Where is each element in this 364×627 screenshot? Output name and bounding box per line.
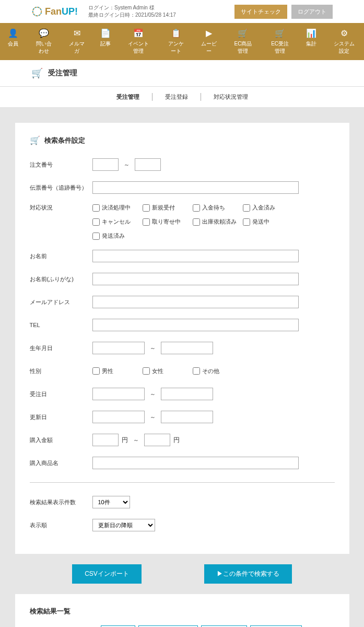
cart-icon: 🛒 bbox=[30, 135, 40, 145]
label-slip-no: 伝票番号（追跡番号） bbox=[30, 184, 92, 192]
subtab-1[interactable]: 受注登録 bbox=[152, 93, 201, 101]
sub-nav: 受注管理受注登録対応状況管理 bbox=[0, 86, 364, 107]
nav-item-5[interactable]: 📋アンケート bbox=[158, 23, 194, 60]
tel-input[interactable] bbox=[92, 319, 299, 331]
status-opt-1[interactable]: 新規受付 bbox=[143, 204, 193, 212]
cart-icon: 🛒 bbox=[31, 67, 43, 79]
order-no-from[interactable] bbox=[92, 158, 119, 171]
label-status: 対応状況 bbox=[30, 204, 92, 212]
status-opt-8[interactable]: 発送済み bbox=[92, 232, 143, 240]
nav-item-3[interactable]: 📄記事 bbox=[92, 23, 119, 60]
status-opt-7[interactable]: 発送中 bbox=[243, 218, 293, 226]
status-opt-4[interactable]: キャンセル bbox=[92, 218, 143, 226]
page-title-bar: 🛒 受注管理 bbox=[0, 60, 364, 86]
gender-opt-2[interactable]: その他 bbox=[193, 367, 243, 375]
search-panel: 🛒 検索条件設定 注文番号 ～ 伝票番号（追跡番号） 対応状況 決済処理中新規受… bbox=[15, 123, 349, 554]
logo-icon bbox=[31, 6, 43, 17]
update-date-to[interactable] bbox=[161, 411, 213, 423]
birth-to[interactable] bbox=[161, 342, 213, 354]
nav-item-10[interactable]: ⚙システム設定 bbox=[324, 23, 364, 60]
sort-select[interactable]: 更新日の降順 bbox=[92, 519, 155, 531]
label-update-date: 更新日 bbox=[30, 413, 92, 421]
nav-icon: 📋 bbox=[166, 28, 186, 38]
label-per-page: 検索結果表示件数 bbox=[30, 498, 92, 506]
label-kana: お名前(ふりがな) bbox=[30, 275, 92, 283]
nav-item-8[interactable]: 🛒EC受注管理 bbox=[262, 23, 299, 60]
amount-to[interactable] bbox=[144, 434, 170, 446]
label-sort: 表示順 bbox=[30, 521, 92, 529]
label-email: メールアドレス bbox=[30, 298, 92, 306]
status-opt-2[interactable]: 入金待ち bbox=[193, 204, 243, 212]
status-opt-5[interactable]: 取り寄せ中 bbox=[143, 218, 193, 226]
nav-item-1[interactable]: 💬問い合わせ bbox=[26, 23, 62, 60]
nav-icon: 📄 bbox=[100, 28, 111, 38]
order-date-to[interactable] bbox=[161, 388, 213, 400]
nav-icon: 📅 bbox=[126, 28, 151, 38]
update-date-from[interactable] bbox=[92, 411, 145, 423]
order-no-to[interactable] bbox=[135, 158, 161, 171]
order-date-from[interactable] bbox=[92, 388, 145, 400]
label-tel: TEL bbox=[30, 322, 92, 328]
status-opt-6[interactable]: 出庫依頼済み bbox=[193, 218, 243, 226]
status-opt-3[interactable]: 入金済み bbox=[243, 204, 293, 212]
main-nav: 👤会員💬問い合わせ✉メルマガ📄記事📅イベント管理📋アンケート▶ムービー🛒EC商品… bbox=[0, 23, 364, 60]
email-input[interactable] bbox=[92, 296, 299, 308]
label-order-date: 受注日 bbox=[30, 390, 92, 398]
tilde: ～ bbox=[124, 161, 130, 169]
status-opt-0[interactable]: 決済処理中 bbox=[92, 204, 143, 212]
nav-icon: 💬 bbox=[33, 28, 54, 38]
results-heading: 検索結果一覧 bbox=[30, 607, 335, 616]
nav-item-6[interactable]: ▶ムービー bbox=[193, 23, 225, 60]
product-input[interactable] bbox=[92, 457, 299, 469]
name-input[interactable] bbox=[92, 250, 299, 262]
gender-opt-1[interactable]: 女性 bbox=[143, 367, 193, 375]
subtab-0[interactable]: 受注管理 bbox=[104, 93, 152, 101]
page-title: 受注管理 bbox=[48, 68, 77, 78]
nav-icon: ✉ bbox=[69, 28, 86, 38]
gender-opt-0[interactable]: 男性 bbox=[92, 367, 143, 375]
label-order-no: 注文番号 bbox=[30, 161, 92, 169]
label-name: お名前 bbox=[30, 252, 92, 260]
logo-up: UP! bbox=[62, 6, 78, 17]
subtab-2[interactable]: 対応状況管理 bbox=[201, 93, 261, 101]
logout-button[interactable]: ログアウト bbox=[291, 5, 333, 19]
nav-item-7[interactable]: 🛒EC商品管理 bbox=[225, 23, 262, 60]
nav-icon: ▶ bbox=[201, 28, 217, 38]
nav-icon: 📊 bbox=[306, 28, 317, 38]
logo[interactable]: FanUP! bbox=[31, 6, 78, 17]
per-page-select[interactable]: 10件 bbox=[92, 496, 130, 508]
label-product: 購入商品名 bbox=[30, 459, 92, 467]
site-check-button[interactable]: サイトチェック bbox=[234, 5, 287, 19]
nav-icon: 👤 bbox=[7, 28, 19, 38]
nav-icon: ⚙ bbox=[332, 28, 357, 38]
login-info: ログイン：System Admin 様 最終ログイン日時：2021/05/28 … bbox=[88, 4, 176, 19]
kana-input[interactable] bbox=[92, 273, 299, 285]
nav-item-0[interactable]: 👤会員 bbox=[0, 23, 26, 60]
nav-icon: 🛒 bbox=[232, 28, 254, 38]
label-gender: 性別 bbox=[30, 367, 92, 375]
nav-item-2[interactable]: ✉メルマガ bbox=[62, 23, 93, 60]
search-button[interactable]: ▶この条件で検索する bbox=[204, 564, 292, 584]
csv-import-button[interactable]: CSVインポート bbox=[72, 564, 142, 584]
nav-item-9[interactable]: 📊集計 bbox=[298, 23, 324, 60]
nav-item-4[interactable]: 📅イベント管理 bbox=[119, 23, 158, 60]
birth-from[interactable] bbox=[92, 342, 145, 354]
logo-fan: Fan bbox=[45, 6, 62, 17]
amount-from[interactable] bbox=[92, 434, 119, 446]
search-heading: 検索条件設定 bbox=[44, 136, 85, 145]
label-birth: 生年月日 bbox=[30, 344, 92, 352]
label-amount: 購入金額 bbox=[30, 436, 92, 444]
nav-icon: 🛒 bbox=[269, 28, 291, 38]
slip-no-input[interactable] bbox=[92, 181, 299, 194]
results-panel: 検索結果一覧 114件 が該当しました。 一括削除CSV ダウンロードPDF一括… bbox=[15, 594, 349, 627]
